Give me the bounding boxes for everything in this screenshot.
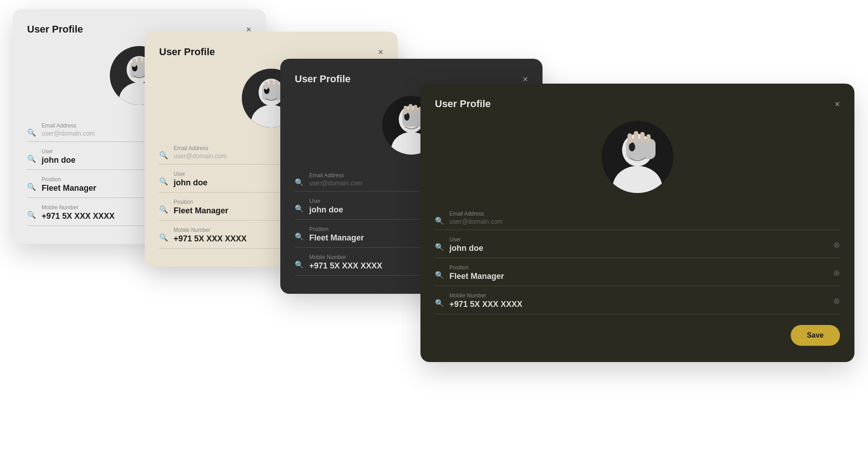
- user-field-4[interactable]: 🔍 User john doe ⊗: [435, 232, 840, 258]
- search-icon-mobile-1: 🔍: [27, 211, 36, 219]
- card-title-4: User Profile: [435, 98, 491, 110]
- search-icon-position-1: 🔍: [27, 183, 36, 191]
- search-icon-user-1: 🔍: [27, 155, 36, 163]
- svg-rect-6: [132, 59, 136, 67]
- svg-rect-15: [264, 81, 268, 89]
- user-value-4: john doe: [449, 244, 840, 253]
- search-icon-mobile-3: 🔍: [295, 260, 304, 269]
- svg-rect-34: [634, 131, 638, 143]
- search-icon-mobile-2: 🔍: [159, 233, 168, 242]
- position-content-4: Position Fleet Manager: [449, 264, 840, 281]
- svg-rect-16: [269, 80, 273, 89]
- position-label-4: Position: [449, 264, 840, 271]
- mobile-label-4: Mobile Number: [449, 292, 840, 299]
- mobile-field-4[interactable]: 🔍 Mobile Number +971 5X XXX XXXX ⊗: [435, 288, 840, 314]
- user-label-4: User: [449, 236, 840, 243]
- card-title-1: User Profile: [27, 24, 83, 35]
- svg-rect-35: [640, 132, 645, 142]
- search-icon-position-2: 🔍: [159, 205, 168, 214]
- card-header-4: User Profile ×: [435, 98, 840, 110]
- mobile-content-4: Mobile Number +971 5X XXX XXXX: [449, 292, 840, 309]
- close-button-3[interactable]: ×: [523, 75, 528, 84]
- save-button[interactable]: Save: [791, 325, 840, 346]
- clear-mobile-icon[interactable]: ⊗: [833, 296, 840, 306]
- position-field-4[interactable]: 🔍 Position Fleet Manager ⊗: [435, 260, 840, 286]
- close-button-4[interactable]: ×: [835, 99, 840, 108]
- svg-rect-26: [414, 105, 417, 113]
- card-darkest: User Profile × 🔍: [420, 84, 854, 362]
- scene: User Profile ×: [0, 0, 868, 466]
- card-title-3: User Profile: [295, 73, 351, 85]
- card-title-2: User Profile: [159, 46, 215, 58]
- close-button-2[interactable]: ×: [378, 47, 383, 56]
- svg-rect-33: [627, 133, 632, 144]
- search-icon-email-3: 🔍: [295, 178, 304, 187]
- email-content-4: Email Address user@domain.com: [449, 211, 840, 225]
- search-icon-position-4: 🔍: [435, 271, 444, 279]
- save-button-container: Save: [435, 325, 840, 346]
- email-label-4: Email Address: [449, 211, 840, 217]
- clear-position-icon[interactable]: ⊗: [833, 268, 840, 278]
- avatar-4: [601, 121, 674, 193]
- search-icon-email-1: 🔍: [27, 128, 36, 137]
- search-icon-user-4: 🔍: [435, 243, 444, 251]
- search-icon-mobile-4: 🔍: [435, 299, 444, 307]
- svg-rect-25: [409, 104, 412, 113]
- svg-rect-17: [274, 80, 278, 89]
- search-icon-user-2: 🔍: [159, 177, 168, 186]
- mobile-value-4: +971 5X XXX XXXX: [449, 300, 840, 309]
- svg-rect-36: [646, 134, 651, 143]
- email-field-4: 🔍 Email Address user@domain.com: [435, 206, 840, 230]
- position-value-4: Fleet Manager: [449, 272, 840, 281]
- clear-user-icon[interactable]: ⊗: [833, 240, 840, 250]
- search-icon-position-3: 🔍: [295, 232, 304, 241]
- user-content-4: User john doe: [449, 236, 840, 253]
- svg-rect-7: [137, 57, 141, 66]
- card-header-2: User Profile ×: [159, 46, 383, 58]
- search-icon-email-4: 🔍: [435, 217, 444, 225]
- search-icon-user-3: 🔍: [295, 204, 304, 213]
- search-icon-email-2: 🔍: [159, 151, 168, 160]
- avatar-container-4: [435, 121, 840, 193]
- svg-rect-24: [404, 106, 407, 114]
- email-placeholder-4: user@domain.com: [449, 218, 840, 225]
- svg-point-32: [629, 142, 635, 151]
